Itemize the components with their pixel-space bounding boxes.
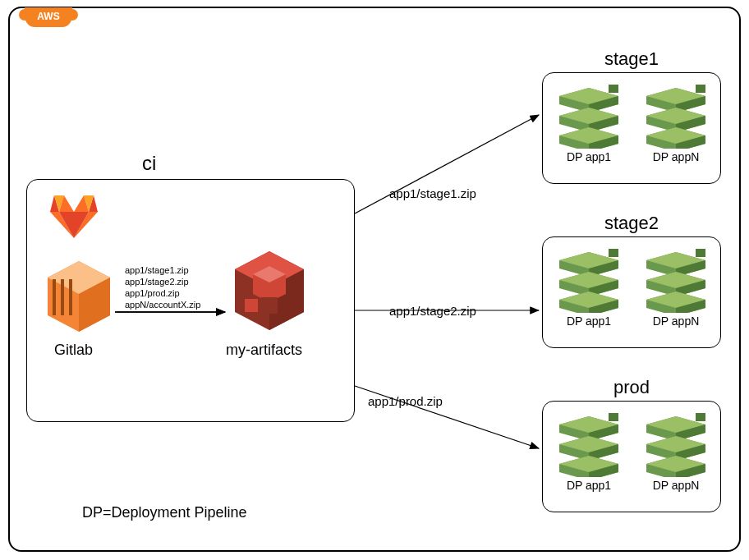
codepipeline-icon xyxy=(554,85,623,149)
svg-rect-42 xyxy=(609,249,618,257)
artifacts-label: my-artifacts xyxy=(226,342,302,359)
gitlab-label: Gitlab xyxy=(54,342,93,359)
stage2-box: stage2 DP app1 DP ap xyxy=(542,236,721,348)
footnote: DP=Deployment Pipeline xyxy=(82,504,247,521)
svg-rect-52 xyxy=(696,249,705,257)
pipeline-label: DP app1 xyxy=(554,314,623,328)
s3-bucket-icon xyxy=(228,250,310,332)
svg-rect-5 xyxy=(69,279,72,315)
prod-box: prod DP app1 DP appN xyxy=(542,401,721,512)
gitlab-icon xyxy=(49,194,99,238)
svg-rect-4 xyxy=(61,279,64,315)
stage1-box: stage1 DP app1 DP ap xyxy=(542,72,721,184)
prod-title: prod xyxy=(543,377,720,398)
svg-rect-3 xyxy=(53,279,56,315)
pipeline-label: DP appN xyxy=(641,314,710,328)
pipeline-item: DP appN xyxy=(641,85,710,167)
arrow-label-stage2: app1/stage2.zip xyxy=(389,304,476,318)
pipeline-label: DP appN xyxy=(641,150,710,163)
pipeline-label: DP app1 xyxy=(554,150,623,163)
pipeline-item: DP app1 xyxy=(554,85,623,167)
aws-cloud-icon: AWS xyxy=(25,7,72,27)
codepipeline-icon xyxy=(641,413,710,477)
codepipeline-icon xyxy=(554,413,623,477)
svg-rect-32 xyxy=(696,85,705,93)
codepipeline-icon xyxy=(554,249,623,313)
arrow-label-stage1: app1/stage1.zip xyxy=(389,186,476,200)
artifact-file: app1/prod.zip xyxy=(125,287,200,299)
pipeline-item: DP app1 xyxy=(554,413,623,495)
pipeline-label: DP appN xyxy=(641,479,710,492)
pipeline-item: DP appN xyxy=(641,249,710,331)
svg-rect-11 xyxy=(261,297,278,314)
svg-rect-12 xyxy=(245,299,258,312)
artifact-file: appN/accountX.zip xyxy=(125,299,200,310)
pipeline-item: DP appN xyxy=(641,413,710,495)
svg-rect-72 xyxy=(696,413,705,421)
artifact-file: app1/stage2.zip xyxy=(125,276,200,287)
artifact-file-list: app1/stage1.zip app1/stage2.zip app1/pro… xyxy=(125,264,200,310)
pipeline-label: DP app1 xyxy=(554,479,623,492)
svg-rect-22 xyxy=(609,85,618,93)
ci-title: ci xyxy=(142,152,156,175)
artifact-file: app1/stage1.zip xyxy=(125,264,200,276)
arrow-label-prod: app1/prod.zip xyxy=(368,394,443,408)
codepipeline-icon xyxy=(641,85,710,149)
svg-rect-62 xyxy=(609,413,618,421)
compute-icon xyxy=(44,258,113,335)
pipeline-item: DP app1 xyxy=(554,249,623,331)
stage1-title: stage1 xyxy=(543,48,720,70)
codepipeline-icon xyxy=(641,249,710,313)
stage2-title: stage2 xyxy=(543,213,720,234)
